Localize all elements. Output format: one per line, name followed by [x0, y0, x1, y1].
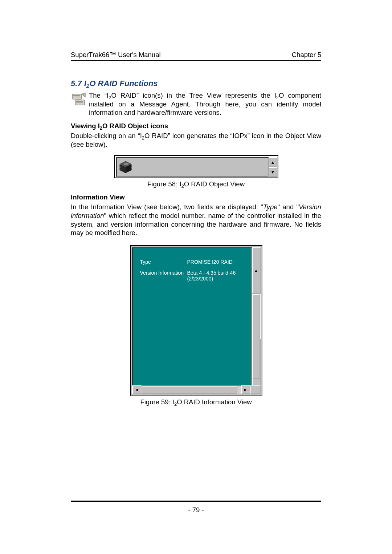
subheading-1-text: Double-clicking on an “I2O RAID” icon ge…: [71, 132, 321, 149]
information-view-text: In the Information View (see below), two…: [71, 203, 321, 237]
scroll-down-button[interactable]: ▼: [269, 167, 277, 177]
svg-marker-18: [123, 163, 128, 165]
info-row-type: Type PROMISE I20 RAID: [140, 259, 248, 265]
vscroll-thumb[interactable]: [252, 294, 260, 379]
info-value: Beta 4 - 4.35 build-46 (2/23/2000): [187, 270, 248, 282]
italic-type: Type: [263, 203, 278, 211]
scroll-up-button[interactable]: ▲: [252, 247, 261, 294]
intro-text: The “I2O RAID” icon(s) in the Tree View …: [89, 91, 321, 117]
information-view-pane[interactable]: Type PROMISE I20 RAID Version Informatio…: [132, 247, 252, 385]
object-view-vscrollbar[interactable]: ▲ ▼: [269, 157, 277, 177]
i2o-raid-tree-icon: [71, 92, 87, 108]
info-value: PROMISE I20 RAID: [187, 259, 248, 265]
iop-chip-icon[interactable]: [118, 160, 133, 174]
header-left: SuperTrak66™ User's Manual: [71, 51, 161, 59]
hscroll-thumb[interactable]: [142, 386, 237, 394]
figure-58-object-view: ▲ ▼: [114, 155, 278, 178]
figure-59-information-view: Type PROMISE I20 RAID Version Informatio…: [130, 245, 262, 396]
section-title: 5.7 I2O RAID Functions: [71, 79, 321, 88]
info-view-vscrollbar[interactable]: ▲ ▼: [252, 247, 261, 385]
figure-59-caption: Figure 59: I2O RAID Information View: [71, 398, 321, 406]
subheading-viewing-icons: Viewing I2O RAID Object icons: [71, 122, 321, 130]
text-fragment: In the Information View (see below), two…: [71, 203, 263, 211]
hscroll-track[interactable]: [142, 385, 241, 394]
text-fragment: " which reflect the model number, name o…: [71, 212, 321, 236]
scroll-corner: [250, 385, 261, 394]
page-number: - 79 -: [188, 506, 204, 514]
info-view-hscrollbar[interactable]: ◄ ►: [132, 385, 261, 394]
info-row-version: Version Information Beta 4 - 4.35 build-…: [140, 270, 248, 282]
vscroll-track[interactable]: [252, 294, 261, 339]
header-right: Chapter 5: [292, 51, 321, 59]
svg-rect-1: [72, 94, 82, 99]
text-fragment: " and ": [278, 203, 299, 211]
figure-58-caption: Figure 58: I2O RAID Object View: [71, 180, 321, 188]
info-label: Type: [140, 259, 187, 265]
scroll-right-button[interactable]: ►: [241, 385, 250, 394]
intro-block: The “I2O RAID” icon(s) in the Tree View …: [71, 91, 321, 117]
object-view-pane[interactable]: [116, 157, 269, 177]
subheading-information-view: Information View: [71, 193, 321, 201]
info-label: Version Information: [140, 270, 187, 282]
scroll-up-button[interactable]: ▲: [269, 157, 277, 167]
page-header: SuperTrak66™ User's Manual Chapter 5: [71, 51, 321, 61]
page-footer: - 79 -: [71, 501, 321, 514]
scroll-left-button[interactable]: ◄: [132, 385, 142, 394]
svg-rect-4: [75, 100, 85, 105]
document-page: SuperTrak66™ User's Manual Chapter 5 5.7…: [0, 0, 392, 554]
